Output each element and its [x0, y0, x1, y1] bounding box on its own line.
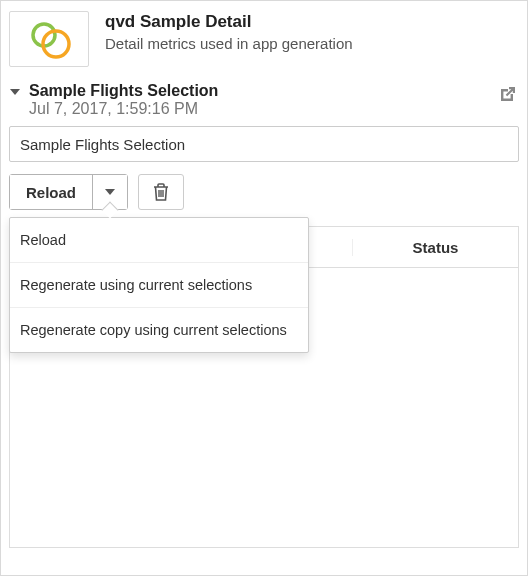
open-new-icon	[497, 85, 517, 105]
circles-icon	[26, 19, 72, 59]
app-header: qvd Sample Detail Detail metrics used in…	[9, 9, 519, 79]
app-icon	[9, 11, 89, 67]
collapse-toggle[interactable]	[9, 81, 25, 101]
menu-item-regenerate[interactable]: Regenerate using current selections	[10, 263, 308, 308]
action-bar: Reload Reload Regenerate using current s…	[9, 174, 519, 210]
reload-button[interactable]: Reload	[10, 175, 93, 209]
section-date: Jul 7, 2017, 1:59:16 PM	[29, 100, 519, 118]
section-title: Sample Flights Selection	[29, 81, 519, 100]
reload-menu: Reload Regenerate using current selectio…	[9, 217, 309, 353]
table-col-status: Status	[352, 239, 518, 256]
detail-panel: qvd Sample Detail Detail metrics used in…	[0, 0, 528, 576]
app-title: qvd Sample Detail	[105, 11, 353, 33]
menu-item-regenerate-copy[interactable]: Regenerate copy using current selections	[10, 308, 308, 352]
app-subtitle: Detail metrics used in app generation	[105, 35, 353, 52]
reload-split-button: Reload Reload Regenerate using current s…	[9, 174, 128, 210]
open-new-button[interactable]	[493, 81, 521, 112]
section-header: Sample Flights Selection Jul 7, 2017, 1:…	[9, 79, 519, 126]
chevron-down-icon	[9, 86, 21, 98]
menu-item-reload[interactable]: Reload	[10, 218, 308, 263]
reload-menu-toggle[interactable]	[93, 175, 127, 209]
chevron-down-icon	[104, 186, 116, 198]
trash-icon	[152, 182, 170, 202]
delete-button[interactable]	[138, 174, 184, 210]
name-input[interactable]	[9, 126, 519, 162]
